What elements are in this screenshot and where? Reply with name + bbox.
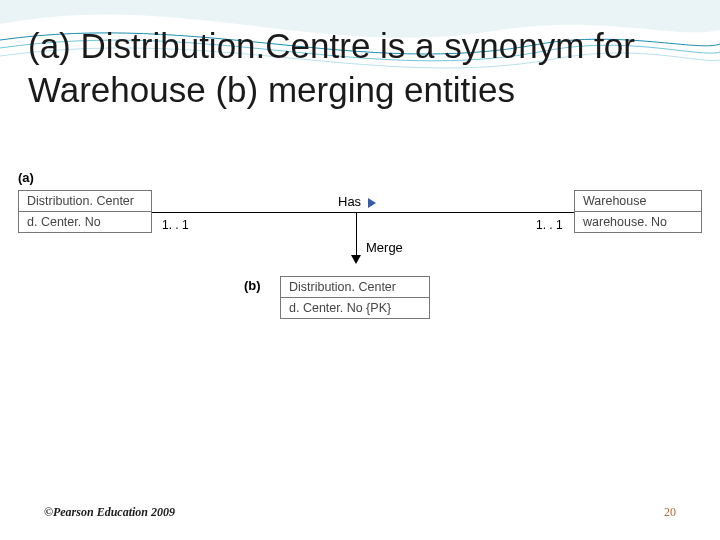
entity-distribution-center-a: Distribution. Center d. Center. No [18, 190, 152, 233]
multiplicity-left: 1. . 1 [162, 218, 189, 232]
section-b-label: (b) [244, 278, 261, 293]
entity-attr: d. Center. No {PK} [281, 297, 429, 318]
relationship-line [152, 212, 574, 213]
merge-arrow-line [356, 213, 357, 257]
entity-distribution-center-b: Distribution. Center d. Center. No {PK} [280, 276, 430, 319]
entity-attr: d. Center. No [19, 211, 151, 232]
multiplicity-right: 1. . 1 [536, 218, 563, 232]
slide-title: (a) Distribution.Centre is a synonym for… [28, 24, 692, 112]
arrow-down-icon [351, 255, 361, 264]
play-icon [368, 198, 376, 208]
page-number: 20 [664, 505, 676, 520]
entity-name: Distribution. Center [281, 277, 429, 297]
section-a-label: (a) [18, 170, 34, 185]
entity-attr: warehouse. No [575, 211, 701, 232]
merge-label: Merge [366, 240, 403, 255]
entity-name: Distribution. Center [19, 191, 151, 211]
relationship-label: Has [338, 194, 361, 209]
entity-warehouse: Warehouse warehouse. No [574, 190, 702, 233]
entity-name: Warehouse [575, 191, 701, 211]
copyright: ©Pearson Education 2009 [44, 505, 175, 520]
